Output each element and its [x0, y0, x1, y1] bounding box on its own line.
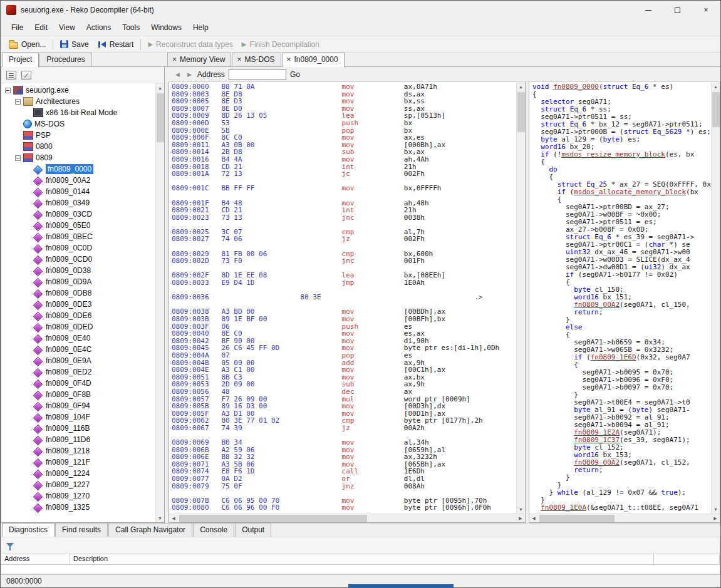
tree-item-0809[interactable]: 0809 [1, 152, 155, 163]
tree-item-fn0809-0e9a[interactable]: fn0809_0E9A [1, 355, 155, 366]
collapse-all-icon[interactable] [6, 71, 16, 80]
tree-item-fn0809-0000[interactable]: fn0809_0000 [1, 163, 155, 175]
scroll-down-icon[interactable]: ▼ [517, 505, 526, 513]
tree-item-architectures[interactable]: Architectures [1, 96, 155, 107]
tree-item-fn0809-1218[interactable]: fn0809_1218 [1, 445, 155, 456]
tree-item-fn0809-0e40[interactable]: fn0809_0E40 [1, 333, 155, 344]
scroll-up-icon[interactable]: ▲ [712, 82, 720, 91]
scroll-down-icon[interactable]: ▼ [156, 513, 165, 522]
tree-item-fn0809-0db8[interactable]: fn0809_0DB8 [1, 287, 155, 299]
tree-item-fn0809-1270[interactable]: fn0809_1270 [1, 490, 155, 502]
close-tab-icon[interactable]: × [237, 56, 241, 63]
close-tab-icon[interactable]: × [287, 56, 291, 63]
tree-item-fn0809-05e0[interactable]: fn0809_05E0 [1, 220, 155, 231]
scrollbar-thumb[interactable] [539, 515, 615, 522]
menu-file[interactable]: File [6, 21, 29, 34]
procedure-link[interactable]: fn0809_1E6D [591, 353, 636, 361]
tree-item-fn0809-0e4c[interactable]: fn0809_0E4C [1, 344, 155, 355]
close-tab-icon[interactable]: × [172, 56, 177, 63]
tree-item-fn0809-0cd0[interactable]: fn0809_0CD0 [1, 254, 155, 265]
disassembly-vertical-scrollbar[interactable]: ▲ ▼ [516, 82, 525, 513]
tree-item-ms-dos[interactable]: MS-DOS [1, 118, 155, 130]
tree-item-fn0809-1227[interactable]: fn0809_1227 [1, 479, 155, 490]
save-button[interactable]: Save [56, 38, 93, 51]
scroll-up-icon[interactable]: ▲ [517, 82, 526, 91]
navigate-back-icon[interactable]: ◀ [174, 70, 182, 79]
tree-item-fn0809-0d38[interactable]: fn0809_0D38 [1, 265, 155, 276]
scroll-right-icon[interactable]: ▶ [516, 514, 525, 523]
tree-item-fn0809-0ed2[interactable]: fn0809_0ED2 [1, 366, 155, 378]
column-header-description[interactable]: Description [70, 554, 654, 565]
scrollbar-thumb[interactable] [179, 515, 367, 522]
bottom-tab-call-graph-navigator[interactable]: Call Graph Navigator [108, 523, 192, 537]
maximize-button[interactable] [663, 1, 692, 19]
collapse-node-icon[interactable] [15, 99, 21, 105]
doc-tab-memory-view[interactable]: ×Memory View [167, 53, 231, 66]
scroll-right-icon[interactable]: ▶ [711, 514, 720, 523]
bottom-tab-diagnostics[interactable]: Diagnostics [2, 523, 54, 537]
tree-item-fn0809-0ded[interactable]: fn0809_0DED [1, 321, 155, 333]
project-tree[interactable]: seuuorig.exeArchitecturesx86 16-bit Real… [1, 83, 155, 522]
scroll-left-icon[interactable]: ◀ [169, 514, 178, 523]
tab-procedures[interactable]: Procedures [39, 53, 91, 66]
tab-project[interactable]: Project [2, 53, 39, 67]
filter-icon[interactable] [6, 543, 14, 547]
column-header-address[interactable]: Address [1, 554, 70, 565]
collapse-node-icon[interactable] [15, 155, 21, 161]
restart-button[interactable]: Restart [93, 38, 138, 51]
menu-view[interactable]: View [53, 21, 81, 34]
procedure-link[interactable]: fn0809_1E0A [541, 503, 586, 512]
bottom-tab-output[interactable]: Output [235, 523, 271, 537]
diagnostics-table-body[interactable] [1, 565, 720, 574]
scrollbar-thumb[interactable] [517, 92, 525, 132]
procedure-link[interactable]: fn0809_0000 [553, 83, 599, 91]
collapse-node-icon[interactable] [5, 88, 11, 93]
open-button[interactable]: Open... [4, 38, 50, 51]
procedure-link[interactable]: msdos_resize_memory_block [561, 150, 665, 158]
close-button[interactable]: × [692, 1, 720, 19]
go-button[interactable]: Go [290, 70, 300, 79]
procedure-link[interactable]: msdos_allocate_memory_block [574, 188, 686, 196]
navigate-forward-icon[interactable]: ▶ [185, 70, 194, 79]
tree-item-fn0809-0de6[interactable]: fn0809_0DE6 [1, 310, 155, 321]
tree-item-fn0809-11d6[interactable]: fn0809_11D6 [1, 434, 155, 445]
reconstruct-data-types-button[interactable]: ▶ Reconstruct data types [143, 38, 237, 51]
scrollbar-thumb[interactable] [157, 93, 164, 142]
doc-tab-ms-dos[interactable]: ×MS-DOS [232, 53, 281, 66]
doc-tab-fn0809-0000[interactable]: ×fn0809_0000 [282, 53, 345, 67]
scroll-left-icon[interactable]: ◀ [529, 514, 538, 523]
address-input[interactable] [229, 69, 286, 80]
disassembly-horizontal-scrollbar[interactable]: ◀ ▶ [169, 513, 525, 522]
tree-item-fn0809-0f4d[interactable]: fn0809_0F4D [1, 378, 155, 389]
bottom-tab-find-results[interactable]: Find results [55, 523, 108, 537]
tree-item-fn0809-104f[interactable]: fn0809_104F [1, 411, 155, 423]
tree-item-fn0809-0f8b[interactable]: fn0809_0F8B [1, 389, 155, 400]
tree-item-0800[interactable]: 0800 [1, 141, 155, 152]
tree-vertical-scrollbar[interactable]: ▲ ▼ [155, 83, 164, 522]
tree-item-x86-16-bit-real-mode[interactable]: x86 16-bit Real Mode [1, 107, 155, 118]
tree-item-fn0809-0de3[interactable]: fn0809_0DE3 [1, 299, 155, 310]
scrollbar-thumb[interactable] [712, 92, 720, 127]
tree-item-seuuorig-exe[interactable]: seuuorig.exe [1, 85, 155, 96]
menu-help[interactable]: Help [187, 21, 214, 34]
tree-item-fn0809-0349[interactable]: fn0809_0349 [1, 197, 155, 209]
tree-item-fn0809-0144[interactable]: fn0809_0144 [1, 186, 155, 197]
finish-decompilation-button[interactable]: ▶ Finish Decompilation [237, 38, 324, 51]
tree-item-fn0809-116b[interactable]: fn0809_116B [1, 423, 155, 434]
code-vertical-scrollbar[interactable]: ▲ ▼ [711, 82, 720, 513]
menu-edit[interactable]: Edit [29, 21, 53, 34]
bottom-tab-console[interactable]: Console [193, 523, 234, 537]
code-horizontal-scrollbar[interactable]: ◀ ▶ [529, 513, 720, 522]
tree-item-fn0809-00a2[interactable]: fn0809_00A2 [1, 175, 155, 186]
tree-item-fn0809-1224[interactable]: fn0809_1224 [1, 468, 155, 479]
scroll-up-icon[interactable]: ▲ [156, 83, 165, 92]
menu-windows[interactable]: Windows [145, 21, 187, 34]
tree-item-fn0809-03cd[interactable]: fn0809_03CD [1, 209, 155, 220]
tree-item-fn0809-0f94[interactable]: fn0809_0F94 [1, 400, 155, 411]
tree-item-fn0809-121f[interactable]: fn0809_121F [1, 456, 155, 468]
tree-item-fn0809-1325[interactable]: fn0809_1325 [1, 502, 155, 513]
code-lines[interactable]: void fn0809_0000(struct Eq_6 * es){ sele… [529, 82, 711, 513]
tree-item-fn0809-0c0d[interactable]: fn0809_0C0D [1, 242, 155, 254]
menu-actions[interactable]: Actions [81, 21, 117, 34]
tree-item-fn0809-0d9a[interactable]: fn0809_0D9A [1, 276, 155, 287]
